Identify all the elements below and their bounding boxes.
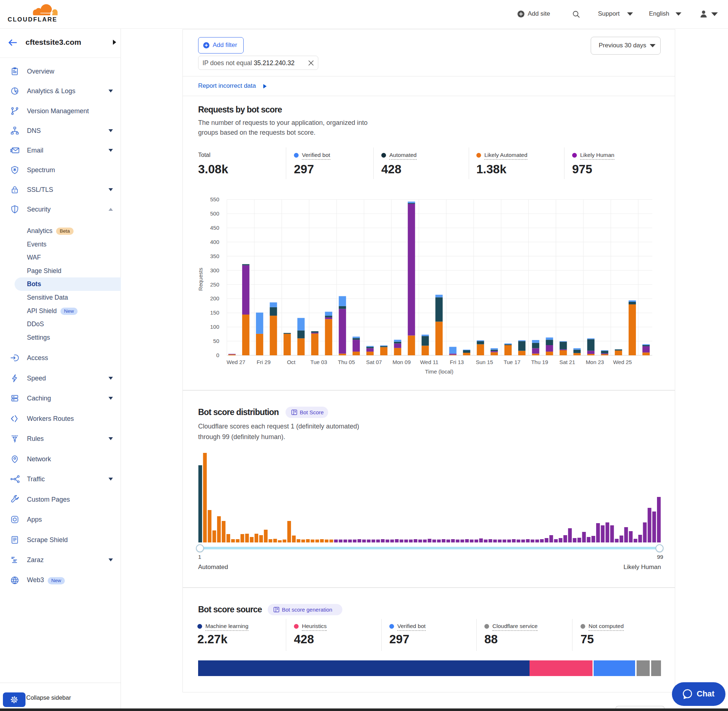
svg-text:Fri 13: Fri 13 [450, 359, 464, 365]
svg-text:0: 0 [216, 352, 219, 358]
svg-text:Wed 11: Wed 11 [420, 359, 438, 365]
svg-text:Oct: Oct [287, 359, 296, 365]
svg-text:Sun 15: Sun 15 [475, 359, 493, 365]
svg-text:350: 350 [210, 253, 219, 259]
svg-text:Mon 23: Mon 23 [586, 359, 604, 365]
svg-text:Thu 05: Thu 05 [338, 359, 355, 365]
svg-text:Fri 29: Fri 29 [257, 359, 270, 365]
svg-text:200: 200 [210, 295, 219, 301]
svg-text:450: 450 [210, 225, 219, 231]
svg-text:Wed 27: Wed 27 [226, 359, 245, 365]
svg-text:400: 400 [210, 239, 219, 245]
svg-text:550: 550 [210, 196, 219, 202]
svg-text:150: 150 [210, 310, 219, 316]
svg-text:300: 300 [210, 267, 219, 273]
svg-text:Time (local): Time (local) [425, 369, 453, 375]
svg-text:100: 100 [210, 324, 219, 330]
svg-text:250: 250 [210, 282, 219, 288]
svg-text:50: 50 [213, 338, 219, 344]
svg-text:Sat 21: Sat 21 [560, 359, 575, 365]
svg-text:Thu 19: Thu 19 [531, 359, 548, 365]
svg-text:Tue 03: Tue 03 [310, 359, 327, 365]
svg-text:Mon 09: Mon 09 [393, 359, 411, 365]
svg-text:500: 500 [210, 210, 219, 217]
svg-text:Sat 07: Sat 07 [366, 359, 382, 365]
svg-text:Wed 25: Wed 25 [613, 359, 632, 365]
svg-text:Tue 17: Tue 17 [504, 359, 520, 365]
svg-text:Requests: Requests [197, 268, 204, 291]
